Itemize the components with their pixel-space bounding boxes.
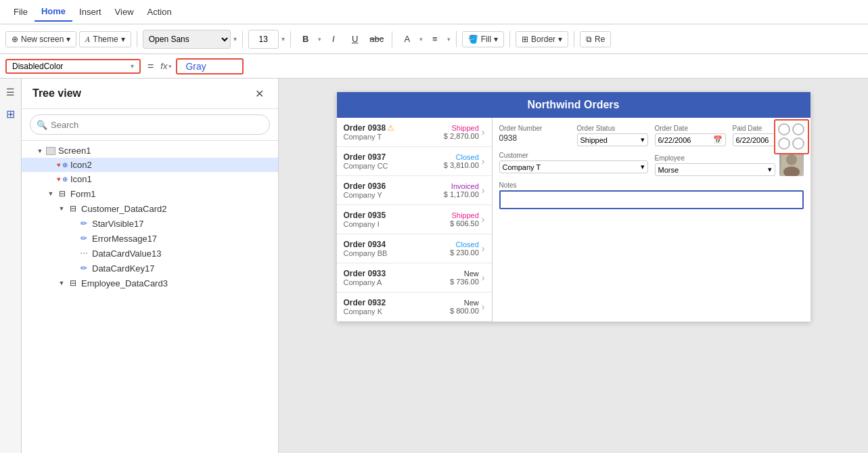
fill-button[interactable]: 🪣 Fill ▾ xyxy=(462,31,504,47)
order-number-0934: Order 0934 xyxy=(344,240,451,249)
order-number-field: Order Number 0938 xyxy=(499,125,570,146)
tree-content: ▼ Screen1 ♥ ⊕ Icon2 ♥ ⊕ Icon1 xyxy=(22,141,278,453)
customer-field: Customer Company T ▾ xyxy=(499,152,648,176)
order-item-0935[interactable]: Order 0935 Company I Shipped $ 606.50 › xyxy=(337,205,492,234)
fill-icon: 🪣 xyxy=(468,35,478,44)
order-status-select[interactable]: Shipped ▾ xyxy=(577,133,648,146)
order-item-0934[interactable]: Order 0934 Company BB Closed $ 230.00 › xyxy=(337,234,492,263)
new-screen-label: New screen xyxy=(21,35,64,44)
sidebar-menu-icon[interactable]: ☰ xyxy=(3,84,19,100)
menu-action[interactable]: Action xyxy=(141,3,179,21)
datacardvalue13-spacer xyxy=(68,249,77,258)
menu-view[interactable]: View xyxy=(108,3,141,21)
customer-label: Customer xyxy=(499,152,648,159)
order-arrow-0936: › xyxy=(482,185,485,196)
order-amount-0933: $ 736.00 xyxy=(450,278,479,286)
canvas-area: Northwind Orders Order 0938 ⚠ Company T xyxy=(279,79,868,453)
icon2-spacer xyxy=(46,160,55,170)
app-header: Northwind Orders xyxy=(337,92,810,118)
icon1-label: Icon1 xyxy=(70,174,92,184)
tree-item-errormessage17[interactable]: ✏ ErrorMessage17 xyxy=(22,231,278,246)
tree-item-icon2[interactable]: ♥ ⊕ Icon2 xyxy=(22,158,278,172)
tree-item-form1[interactable]: ▼ ⊟ Form1 xyxy=(22,186,278,201)
form1-icon: ⊟ xyxy=(57,188,68,199)
order-item-0932[interactable]: Order 0932 Company K New $ 800.00 › xyxy=(337,293,492,322)
detail-panel: Order Number 0938 Order Status Shipped ▾… xyxy=(493,118,810,322)
order-number-0938: Order 0938 xyxy=(344,123,386,133)
starvisible17-label: StarVisible17 xyxy=(92,219,143,229)
order-number-label: Order Number xyxy=(499,125,570,132)
form1-chevron-icon: ▼ xyxy=(46,189,55,198)
order-item-0933[interactable]: Order 0933 Company A New $ 736.00 › xyxy=(337,263,492,293)
menu-home[interactable]: Home xyxy=(35,2,72,22)
employee-photo xyxy=(779,152,804,176)
underline-button[interactable]: U xyxy=(346,30,365,49)
notes-label: Notes xyxy=(499,181,804,189)
tree-item-datacardvalue13[interactable]: ⋯ DataCardValue13 xyxy=(22,246,278,261)
employee-select[interactable]: Morse ▾ xyxy=(655,163,775,176)
order-company-0937: Company CC xyxy=(344,162,444,170)
toolbar-separator-5 xyxy=(456,31,457,47)
tree-item-customer-datacard2[interactable]: ▼ ⊟ Customer_DataCard2 xyxy=(22,201,278,216)
formula-value-field[interactable]: Gray xyxy=(176,58,244,74)
border-button[interactable]: ⊞ Border ▾ xyxy=(516,31,568,47)
customer-select[interactable]: Company T ▾ xyxy=(499,160,648,173)
tree-view-header: Tree view ✕ xyxy=(22,79,278,109)
formula-fx-button[interactable]: fx ▾ xyxy=(160,61,172,71)
order-status-label: Order Status xyxy=(577,125,648,132)
tree-search-input[interactable] xyxy=(30,114,270,135)
icon-overlay[interactable] xyxy=(774,119,809,154)
customer-value: Company T xyxy=(503,163,541,171)
errormessage17-icon: ✏ xyxy=(78,233,89,244)
sidebar-layers-icon[interactable]: ⊞ xyxy=(3,106,19,122)
order-date-input[interactable]: 6/22/2006 📅 xyxy=(655,133,726,146)
order-status-0937: Closed xyxy=(444,153,479,161)
font-family-select[interactable]: Open Sans xyxy=(143,30,231,49)
toolbar-separator-1 xyxy=(137,31,137,47)
tree-item-screen1[interactable]: ▼ Screen1 xyxy=(22,144,278,158)
toolbar: ⊕ New screen ▾ 𝐴 Theme ▾ Open Sans ▾ ▾ B… xyxy=(0,24,868,54)
align-button[interactable]: ≡ xyxy=(426,30,444,49)
order-company-0933: Company A xyxy=(344,278,451,286)
fill-chevron-icon: ▾ xyxy=(494,35,498,44)
tree-item-employee-datacard3[interactable]: ▼ ⊟ Employee_DataCard3 xyxy=(22,276,278,290)
reorder-button[interactable]: ⧉ Re xyxy=(580,31,611,47)
font-size-input[interactable] xyxy=(248,30,279,49)
formula-name-field[interactable]: DisabledColor ▾ xyxy=(5,59,141,74)
order-company-0932: Company K xyxy=(344,307,451,316)
datacardvalue13-label: DataCardValue13 xyxy=(92,249,161,259)
formula-fx-icon: fx xyxy=(160,61,167,71)
order-number-0937: Order 0937 xyxy=(344,152,444,162)
formula-name-chevron-icon: ▾ xyxy=(131,62,134,70)
theme-button[interactable]: 𝐴 Theme ▾ xyxy=(79,31,131,47)
new-screen-icon: ⊕ xyxy=(12,35,18,44)
toolbar-separator-3 xyxy=(290,31,291,47)
order-company-0934: Company BB xyxy=(344,249,451,257)
order-status-0938: Shipped xyxy=(444,124,479,132)
order-status-0932: New xyxy=(450,299,479,307)
icon1-heart-icon: ♥ xyxy=(57,175,61,183)
order-status-value: Shipped xyxy=(580,136,608,144)
tree-item-starvisible17[interactable]: ✏ StarVisible17 xyxy=(22,216,278,231)
new-screen-button[interactable]: ⊕ New screen ▾ xyxy=(5,31,76,47)
menu-insert[interactable]: Insert xyxy=(72,3,108,21)
order-item-0936[interactable]: Order 0936 Company Y Invoiced $ 1,170.00… xyxy=(337,176,492,205)
font-color-button[interactable]: A xyxy=(398,30,417,49)
strikethrough-button[interactable]: abc xyxy=(367,30,386,49)
tree-item-icon1[interactable]: ♥ ⊕ Icon1 xyxy=(22,172,278,186)
tree-item-datacardkey17[interactable]: ✏ DataCardKey17 xyxy=(22,261,278,276)
order-item-0938[interactable]: Order 0938 ⚠ Company T Shipped $ 2,870.0… xyxy=(337,118,492,147)
theme-chevron-icon: ▾ xyxy=(121,35,125,44)
tree-close-button[interactable]: ✕ xyxy=(251,85,267,102)
orders-list: Order 0938 ⚠ Company T Shipped $ 2,870.0… xyxy=(337,118,493,322)
formula-name-label: DisabledColor xyxy=(12,62,63,71)
bold-button[interactable]: B xyxy=(296,30,315,49)
menu-file[interactable]: File xyxy=(7,3,35,21)
theme-label: Theme xyxy=(93,35,118,44)
customer-chevron-icon: ▾ xyxy=(641,163,645,171)
italic-button[interactable]: I xyxy=(324,30,343,49)
order-item-0937[interactable]: Order 0937 Company CC Closed $ 3,810.00 … xyxy=(337,147,492,176)
order-status-field: Order Status Shipped ▾ xyxy=(577,125,648,146)
notes-input[interactable] xyxy=(499,190,804,209)
order-arrow-0934: › xyxy=(482,243,485,254)
